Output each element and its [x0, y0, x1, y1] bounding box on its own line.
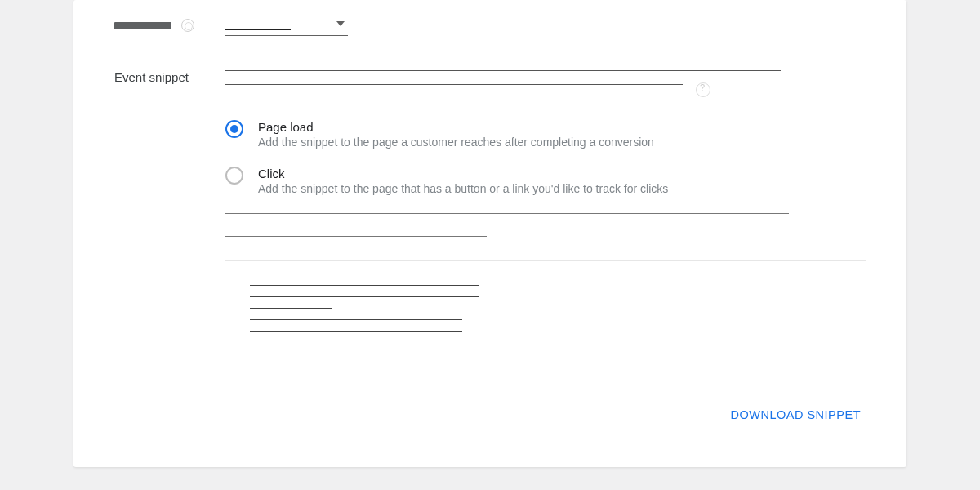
tag-type-row — [114, 15, 866, 36]
redacted-text-line — [225, 213, 789, 214]
radio-desc: Add the snippet to the page that has a b… — [258, 182, 668, 195]
redacted-code-line — [250, 308, 332, 309]
radio-desc: Add the snippet to the page a customer r… — [258, 136, 654, 149]
snippet-footer: DOWNLOAD SNIPPET — [225, 390, 866, 425]
section-content: Page load Add the snippet to the page a … — [225, 70, 866, 425]
redacted-code-line — [250, 354, 446, 354]
redacted-text-line — [225, 236, 487, 237]
redacted-code-line — [250, 319, 462, 320]
help-icon[interactable] — [181, 19, 194, 32]
redacted-text-line — [225, 84, 683, 85]
radio-title: Click — [258, 167, 668, 180]
radio-option-click[interactable]: Click Add the snippet to the page that h… — [225, 167, 866, 195]
radio-icon — [225, 167, 243, 185]
tag-select[interactable] — [225, 15, 348, 36]
explanatory-paragraph — [225, 213, 866, 237]
radio-option-page-load[interactable]: Page load Add the snippet to the page a … — [225, 120, 866, 149]
redacted-code-line — [250, 331, 462, 332]
radio-text: Page load Add the snippet to the page a … — [258, 120, 654, 149]
redacted-text-line — [225, 225, 789, 225]
event-snippet-section: Event snippet Page load Add the snippet … — [114, 70, 866, 425]
redacted-code-line — [250, 296, 479, 297]
radio-title: Page load — [258, 120, 654, 134]
select-redacted-value — [225, 29, 291, 30]
radio-text: Click Add the snippet to the page that h… — [258, 167, 668, 195]
snippet-code-block — [225, 260, 866, 390]
redacted-text-line — [225, 70, 781, 71]
snippet-trigger-radios: Page load Add the snippet to the page a … — [225, 120, 866, 195]
section-bar — [114, 22, 172, 29]
settings-card: Event snippet Page load Add the snippet … — [74, 0, 906, 467]
redacted-code-line — [250, 285, 479, 286]
radio-icon — [225, 120, 243, 138]
chevron-down-icon — [336, 21, 345, 26]
section-label: Event snippet — [114, 70, 225, 425]
download-snippet-button[interactable]: DOWNLOAD SNIPPET — [726, 405, 866, 425]
info-icon[interactable] — [696, 82, 710, 97]
